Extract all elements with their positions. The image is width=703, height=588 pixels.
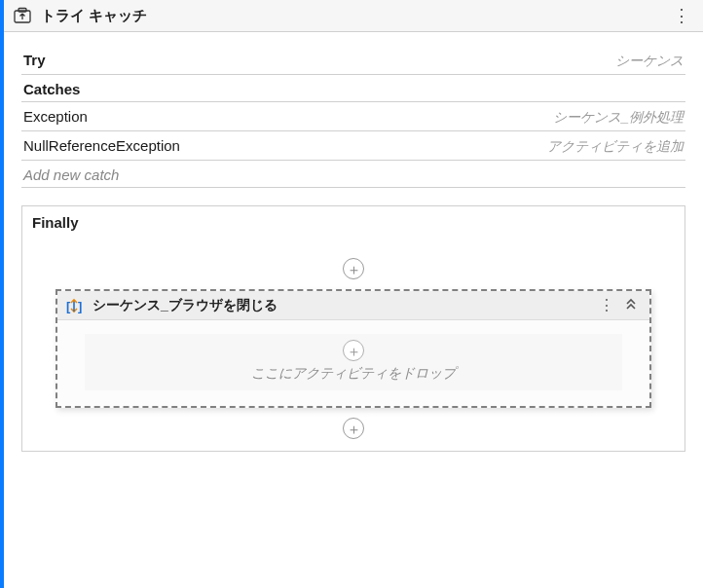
try-value: シーケンス bbox=[615, 53, 684, 70]
finally-label: Finally bbox=[22, 206, 684, 233]
catches-label: Catches bbox=[23, 81, 80, 97]
svg-text:]: ] bbox=[78, 299, 82, 313]
add-activity-after-button[interactable]: ＋ bbox=[343, 418, 364, 439]
sequence-menu-icon[interactable]: ⋮ bbox=[593, 296, 620, 314]
sequence-body: ＋ ここにアクティビティをドロップ bbox=[57, 320, 649, 406]
catch-row[interactable]: Exception シーケンス_例外処理 bbox=[21, 102, 685, 131]
try-label: Try bbox=[23, 52, 46, 68]
sequence-activity[interactable]: [ ] シーケンス_ブラウザを閉じる ⋮ bbox=[56, 289, 651, 408]
try-section-row[interactable]: Try シーケンス bbox=[21, 46, 685, 75]
sequence-header[interactable]: [ ] シーケンス_ブラウザを閉じる ⋮ bbox=[57, 291, 649, 320]
try-catch-icon bbox=[14, 7, 31, 24]
try-catch-activity: トライ キャッチ ⋮ Try シーケンス Catches Exception シ… bbox=[0, 0, 703, 588]
sequence-title: シーケンス_ブラウザを閉じる bbox=[92, 297, 593, 314]
catch-type-label: NullReferenceException bbox=[23, 137, 180, 154]
catch-type-label: Exception bbox=[23, 108, 88, 125]
catch-handler-value: シーケンス_例外処理 bbox=[553, 109, 684, 127]
sequence-icon: [ ] bbox=[65, 297, 83, 314]
catch-row[interactable]: NullReferenceException アクティビティを追加 bbox=[21, 131, 685, 161]
drop-target[interactable]: ＋ ここにアクティビティをドロップ bbox=[85, 334, 622, 390]
add-new-catch-row[interactable]: Add new catch bbox=[21, 161, 685, 188]
svg-rect-1 bbox=[18, 9, 26, 13]
drop-hint-label: ここにアクティビティをドロップ bbox=[251, 365, 456, 383]
collapse-icon[interactable] bbox=[620, 297, 642, 313]
activity-body: Try シーケンス Catches Exception シーケンス_例外処理 N… bbox=[4, 32, 703, 461]
insert-before-row: ＋ bbox=[22, 233, 684, 285]
header-menu-icon[interactable]: ⋮ bbox=[672, 6, 691, 25]
catch-handler-value: アクティビティを追加 bbox=[547, 138, 684, 156]
catches-section-row: Catches bbox=[21, 75, 685, 102]
activity-title: トライ キャッチ bbox=[41, 7, 672, 25]
svg-text:[: [ bbox=[66, 299, 71, 313]
add-new-catch-label: Add new catch bbox=[23, 166, 119, 183]
drop-add-icon[interactable]: ＋ bbox=[343, 340, 364, 361]
add-activity-before-button[interactable]: ＋ bbox=[343, 258, 364, 279]
finally-section: Finally ＋ [ ] bbox=[21, 205, 685, 452]
insert-after-row: ＋ bbox=[22, 412, 684, 443]
activity-titlebar[interactable]: トライ キャッチ ⋮ bbox=[4, 0, 703, 32]
